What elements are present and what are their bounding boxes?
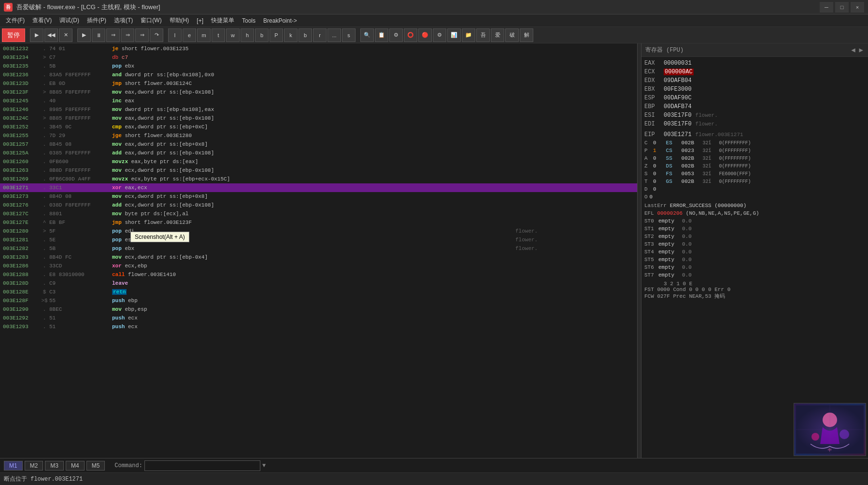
code-row[interactable]: 003E1235 . 5B pop ebx [0, 62, 637, 70]
code-row[interactable]: 003E1271 . 33C1 xor eax,ecx [0, 183, 637, 192]
code-row[interactable]: 003E1245 . 40 inc eax [0, 97, 637, 105]
flag-value[interactable]: 0 [653, 155, 656, 161]
code-row[interactable]: 003E1260 . 0FB600 movzx eax,byte ptr ds:… [0, 157, 637, 166]
code-row[interactable]: 003E124C > 8B85 F8FEFFFF mov eax,dword p… [0, 114, 637, 123]
tb-k[interactable]: k [284, 28, 298, 42]
menu-options[interactable]: 选项(T) [110, 15, 137, 26]
code-row[interactable]: 003E1232 . 74 01 je short flower.003E123… [0, 44, 637, 53]
tb-r[interactable]: r [313, 28, 327, 42]
tb-play[interactable]: ▶ [30, 28, 43, 42]
tb-e[interactable]: e [183, 28, 196, 42]
tab-m5[interactable]: M5 [86, 461, 105, 471]
reg-value[interactable]: 000000AC [664, 69, 694, 75]
code-row[interactable]: 003E1293 . 51 push ecx [0, 322, 637, 331]
code-row[interactable]: 003E1283 . 8B4D FC mov ecx,dword ptr ss:… [0, 253, 637, 262]
menu-file[interactable]: 文件(F) [2, 15, 28, 26]
reg-value[interactable]: 003E17F0 [664, 121, 692, 127]
tb-step3[interactable]: ⇒ [135, 28, 149, 42]
tb-l[interactable]: l [168, 28, 182, 42]
code-row[interactable]: 003E128F >$ 55 push ebp [0, 296, 637, 305]
flag-value[interactable]: 0 [653, 179, 656, 184]
tb-b2[interactable]: b [299, 28, 312, 42]
code-row[interactable]: 003E1252 . 3B45 0C cmp eax,dword ptr ss:… [0, 123, 637, 131]
flag-value[interactable]: 0 [653, 163, 656, 169]
flag-value[interactable]: 0 [653, 171, 656, 177]
tb-stop[interactable]: ✕ [59, 28, 72, 42]
reg-scroll-left[interactable]: ◀ [850, 45, 856, 55]
code-row[interactable]: 003E1288 . E8 83010000 call flower.003E1… [0, 270, 637, 279]
menu-shortcuts[interactable]: 快捷菜单 [207, 15, 238, 26]
menu-help[interactable]: 帮助(H) [166, 15, 193, 26]
tb-icon11[interactable]: 破 [505, 28, 519, 42]
code-row[interactable]: 003E127C . 8801 mov byte ptr ds:[ecx],al [0, 209, 637, 218]
flag-value[interactable]: 0 [653, 186, 656, 192]
tb-icon9[interactable]: 吾 [476, 28, 490, 42]
tb-rewind[interactable]: ◀◀ [44, 28, 58, 42]
tb-P[interactable]: P [270, 28, 283, 42]
pause-button[interactable]: 暂停 [2, 28, 25, 42]
tb-run[interactable]: ▶ [77, 28, 91, 42]
code-row[interactable]: 003E1281 . 5E pop esi flower. [0, 236, 637, 244]
tb-icon7[interactable]: 📊 [447, 28, 461, 42]
scrollbar-vertical[interactable] [637, 43, 641, 458]
menu-breakpoint[interactable]: BreakPoint-> [259, 16, 301, 26]
menu-plus[interactable]: [+] [193, 16, 207, 26]
menu-plugin[interactable]: 插件(P) [83, 15, 110, 26]
menu-window[interactable]: 窗口(W) [137, 15, 165, 26]
tb-icon5[interactable]: 🔴 [418, 28, 432, 42]
reg-value[interactable]: 00FE3000 [664, 86, 692, 93]
code-row[interactable]: 003E128D . C9 leave [0, 279, 637, 288]
code-row[interactable]: 003E1280 > 5F pop edi flower. [0, 227, 637, 236]
flag-value[interactable]: 0 [653, 140, 656, 146]
tb-step4[interactable]: ↷ [150, 28, 163, 42]
code-row[interactable]: 003E1282 . 5B pop ebx flower. [0, 244, 637, 253]
tab-m4[interactable]: M4 [66, 461, 85, 471]
code-row[interactable]: 003E1290 . 8BEC mov ebp,esp [0, 305, 637, 314]
tb-s[interactable]: s [342, 28, 356, 42]
tab-m1[interactable]: M1 [4, 461, 23, 471]
reg-value[interactable]: 09DAFB04 [664, 77, 692, 84]
tb-h[interactable]: h [241, 28, 254, 42]
code-row[interactable]: 003E123D . EB 0D jmp short flower.003E12… [0, 79, 637, 88]
close-button[interactable]: × [851, 2, 864, 13]
menu-debug[interactable]: 调试(D) [56, 15, 83, 26]
tb-icon8[interactable]: 📁 [462, 28, 475, 42]
code-row[interactable]: 003E1276 . 038D F8FEFFFF add ecx,dword p… [0, 201, 637, 209]
tb-b[interactable]: b [255, 28, 269, 42]
menu-tools[interactable]: Tools [238, 16, 259, 26]
tab-m3[interactable]: M3 [45, 461, 64, 471]
tb-icon4[interactable]: ⭕ [404, 28, 417, 42]
code-row[interactable]: 003E1286 . 33CD xor ecx,ebp [0, 262, 637, 270]
flag-value[interactable]: 1 [653, 148, 656, 153]
menu-view[interactable]: 查看(V) [28, 15, 56, 26]
cmd-dropdown[interactable]: ▼ [262, 462, 266, 469]
tb-step2[interactable]: ⇒ [121, 28, 134, 42]
code-row[interactable]: 003E123F > 8B85 F8FEFFFF mov eax,dword p… [0, 88, 637, 97]
maximize-button[interactable]: □ [835, 2, 849, 13]
tb-icon12[interactable]: 解 [520, 28, 533, 42]
tb-icon10[interactable]: 爱 [491, 28, 504, 42]
tab-m2[interactable]: M2 [25, 461, 43, 471]
tb-t[interactable]: t [212, 28, 225, 42]
code-row[interactable]: 003E1269 . 0FB6C80D A4FF movzx ecx,byte … [0, 175, 637, 183]
code-row[interactable]: 003E1255 . 7D 29 jge short flower.003E12… [0, 131, 637, 140]
code-row[interactable]: 003E125A . 0385 F8FEFFFF add eax,dword p… [0, 149, 637, 157]
minimize-button[interactable]: ─ [820, 2, 833, 13]
tb-icon6[interactable]: ⚙ [433, 28, 446, 42]
code-row[interactable]: 003E1257 . 8B45 08 mov eax,dword ptr ss:… [0, 140, 637, 149]
tb-icon3[interactable]: ⚙ [389, 28, 403, 42]
code-row[interactable]: 003E127E ^ EB BF jmp short flower.003E12… [0, 218, 637, 227]
reg-scroll-right[interactable]: ▶ [858, 45, 864, 55]
reg-value[interactable]: 00DAFB74 [664, 103, 692, 110]
tb-w[interactable]: w [226, 28, 240, 42]
code-row[interactable]: 003E1246 . 8985 F8FEFFFF mov dword ptr s… [0, 105, 637, 114]
tb-step[interactable]: ⇒ [106, 28, 120, 42]
code-row[interactable]: 003E1273 . 8B4D 08 mov ecx,dword ptr ss:… [0, 192, 637, 201]
tb-pause2[interactable]: ⏸ [92, 28, 105, 42]
reg-value[interactable]: 003E17F0 [664, 112, 692, 119]
code-row[interactable]: 003E128E $ C3 retn [0, 288, 637, 296]
tb-icon1[interactable]: 🔍 [360, 28, 374, 42]
reg-value[interactable]: 00DAF90C [664, 95, 692, 101]
reg-value[interactable]: 00000031 [664, 60, 692, 67]
code-row[interactable]: 003E1263 . 8B8D F8FEFFFF mov ecx,dword p… [0, 166, 637, 175]
